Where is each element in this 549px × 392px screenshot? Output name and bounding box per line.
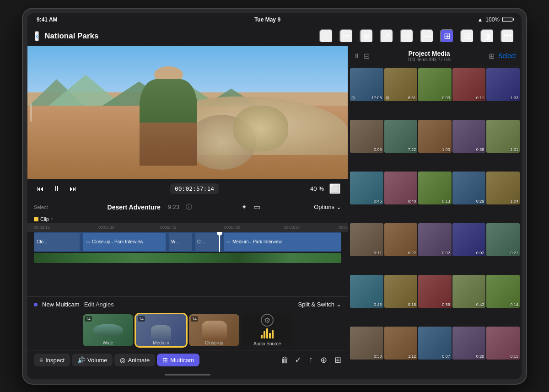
minus-button[interactable]: — [420,29,434,43]
grid-view-icon[interactable]: ⊞ [489,52,495,60]
multicam-header: New Multicam Edit Angles Split & Switch … [27,297,348,312]
wide-clip-icon: 14 [85,316,92,322]
media-thumb-27[interactable]: 0:07 [418,327,452,360]
media-thumb-9[interactable]: 1:01 [486,120,520,153]
edit-angles-button[interactable]: Edit Angles [84,301,114,308]
share-action-icon[interactable]: ↑ [309,355,313,365]
timeline-header: Select Desert Adventure 9:23 ⓘ ✦ ▭ Optio… [27,199,348,215]
media-thumb-4[interactable]: 1:03 [486,68,520,102]
select-button[interactable]: Select [498,52,516,59]
multicam-clip-audio[interactable]: ⚙ Audio Source [242,314,292,346]
media-thumb-0[interactable]: 17:08⊞ [350,68,383,102]
media-thumb-14[interactable]: 1:04 [486,172,520,205]
grid-action-icon[interactable]: ⊞ [334,355,341,365]
media-thumb-25[interactable]: 0:33 [350,327,383,360]
media-thumb-7[interactable]: 1:00 [418,120,452,153]
clip-2[interactable]: ▭ Close-up - Park Interview [83,233,166,251]
clip-4[interactable]: Cl... [195,233,221,251]
media-thumb-21[interactable]: 0:18 [384,275,418,308]
media-thumb-26[interactable]: 1:12 [384,327,418,360]
media-thumb-8[interactable]: 0:38 [452,120,486,153]
animate-label: Animate [128,357,150,364]
left-panel: ⏮ ⏸ ⏭ 00:02:57:14 40 % ⬜ Select Desert [27,46,348,379]
closeup-content [202,321,227,340]
thumb-duration-15: 0:11 [374,251,382,255]
status-right: ▲ 100% [477,16,512,23]
media-thumb-17[interactable]: 0:02 [418,223,452,257]
multicam-clip-wide[interactable]: 14 Wide [83,314,133,346]
media-thumb-10[interactable]: 0:46 [350,172,383,205]
media-thumb-13[interactable]: 0:29 [452,172,486,205]
home-indicator [27,370,348,379]
media-thumb-22[interactable]: 0:56 [418,275,452,308]
media-thumb-16[interactable]: 0:22 [384,223,418,257]
fast-forward-button[interactable]: ⏭ [68,183,79,195]
media-thumb-20[interactable]: 0:45 [350,275,383,308]
thumb-duration-24: 0:14 [510,302,518,307]
share-button[interactable]: ↑ [319,29,333,43]
media-thumb-11[interactable]: 0:40 [384,172,418,205]
zoom-unit: % [318,185,324,192]
split-switch-button[interactable]: Split & Switch ⌄ [298,301,341,308]
bar3 [266,328,268,338]
rewind-button[interactable]: ⏮ [35,183,46,195]
photos-button[interactable]: ⊞ [440,29,454,43]
face-button[interactable]: ☺ [400,29,414,43]
media-thumb-5[interactable]: 0:05 [350,120,383,153]
thumb-duration-26: 1:12 [408,354,416,359]
multicam-icon: ⊞ [162,356,168,364]
clip-tool-icon[interactable]: ▭ [253,203,260,211]
delete-button[interactable]: 🗑 [281,355,289,365]
media-thumb-29[interactable]: 0:15 [486,327,520,360]
ipad-screen: 9:41 AM Tue May 9 ▲ 100% ‹ National Park… [27,13,522,379]
more-button[interactable]: ••• [501,29,514,43]
pause-button[interactable]: ⏸ [51,183,62,195]
thumb-duration-13: 0:29 [476,199,484,204]
camera-button[interactable]: ▭ [339,29,353,43]
pause-icon[interactable]: ⏸ [354,52,360,59]
multicam-button[interactable]: ⊞ Multicam [157,354,199,366]
inspect-icon: ≡ [39,356,43,364]
inspect-button[interactable]: ≡ Inspect [34,354,70,366]
multicam-clip-medium[interactable]: 14 Medium [136,314,186,346]
media-thumb-3[interactable]: 0:11 [452,68,486,102]
media-thumb-23[interactable]: 0:42 [452,275,486,308]
media-thumb-2[interactable]: 0:03 [418,68,452,102]
clip-5[interactable]: ▭ Medium - Park Interview [224,233,341,251]
media-thumb-15[interactable]: 0:11 [350,223,383,257]
media-thumb-18[interactable]: 0:02 [452,223,486,257]
zoom-value: 40 [310,185,317,192]
clip-3[interactable]: W... [169,233,192,251]
media-thumb-24[interactable]: 0:14 [486,275,520,308]
multicam-clip-closeup[interactable]: 14 Close-up [189,314,239,346]
brightness-button[interactable]: ◑ [480,29,494,43]
medium-clip-icon: 14 [138,316,145,322]
nav-icons: ↑ ▭ ⊕ ↗ ☺ — ⊞ ⊟ ◑ ••• [319,29,514,43]
animate-icon: ◎ [120,356,125,364]
grid-button[interactable]: ⊟ [460,29,474,43]
animate-button[interactable]: ◎ Animate [114,354,155,366]
export-button[interactable]: ↗ [380,29,393,43]
aspect-button[interactable]: ⬜ [329,183,340,194]
project-title: National Parks [44,32,314,41]
clip-1[interactable]: Clo... [34,233,80,251]
checkmark-icon[interactable]: ✓ [295,355,301,365]
copy-icon[interactable]: ⊕ [320,355,327,365]
media-thumb-12[interactable]: 0:13 [418,172,452,205]
volume-button[interactable]: 🔊 Volume [72,354,113,366]
auto-enhance-icon[interactable]: ✦ [241,203,247,211]
back-button[interactable]: ‹ [35,31,39,41]
multicam-label: New Multicam [42,301,80,308]
media-thumb-28[interactable]: 0:28 [452,327,486,360]
filter-icon[interactable]: ⊟ [364,52,370,60]
status-time: 9:41 AM [37,16,58,23]
options-button[interactable]: Options ⌄ [314,204,341,210]
media-thumb-19[interactable]: 0:21 [486,223,520,257]
media-thumb-1[interactable]: 8:51⊞ [384,68,418,102]
audio-track [34,252,341,264]
video-preview [27,46,348,179]
media-thumb-6[interactable]: 7:22 [384,120,418,153]
magic-button[interactable]: ⊕ [360,29,373,43]
thumb-duration-10: 0:46 [374,199,382,204]
bar2 [264,331,265,338]
